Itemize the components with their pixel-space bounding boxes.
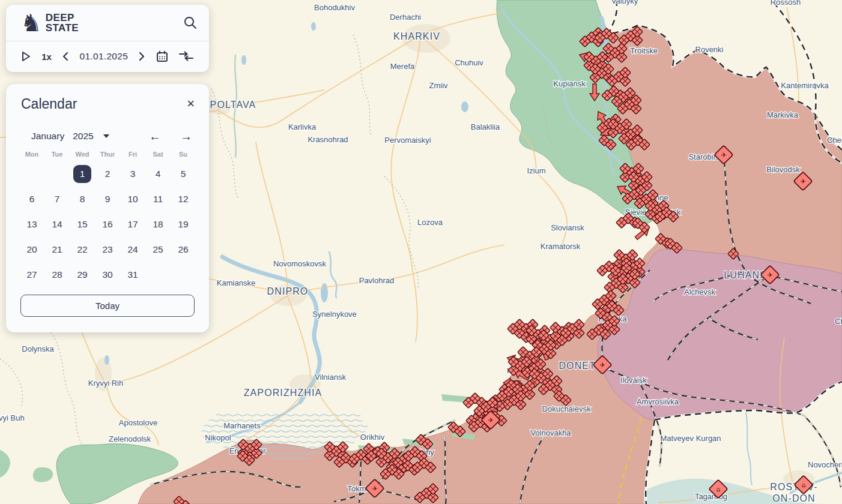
map-label: Apostolove bbox=[119, 418, 157, 427]
lake bbox=[321, 283, 328, 302]
merge-arrows-icon bbox=[179, 51, 193, 62]
calendar-button[interactable] bbox=[156, 50, 168, 62]
calendar-day[interactable]: 19 bbox=[171, 212, 196, 237]
map-label: Rossosh bbox=[771, 0, 801, 7]
calendar-day-empty bbox=[145, 262, 171, 287]
map-label: ZAPORIZHZHIA bbox=[244, 388, 323, 398]
calendar-day-empty bbox=[44, 161, 70, 187]
compare-button[interactable] bbox=[179, 51, 193, 62]
calendar-day-empty bbox=[19, 161, 44, 187]
header-panel: ♞ DEEP STATE 1x bbox=[6, 5, 209, 72]
calendar-day-selected[interactable]: 1 bbox=[73, 165, 91, 183]
svg-text:✈: ✈ bbox=[721, 151, 726, 159]
weekday-label: Su bbox=[171, 151, 196, 161]
svg-text:✈: ✈ bbox=[372, 485, 377, 493]
calendar-day[interactable]: 28 bbox=[44, 262, 70, 287]
map-label: Nikopol bbox=[205, 433, 231, 442]
today-button[interactable]: Today bbox=[20, 295, 195, 317]
calendar-day[interactable]: 26 bbox=[171, 237, 196, 262]
logo-line-2: STATE bbox=[46, 23, 79, 33]
calendar-day[interactable]: 6 bbox=[19, 187, 44, 212]
calendar-day[interactable]: 24 bbox=[120, 237, 145, 262]
prev-month-button[interactable]: ← bbox=[149, 130, 161, 142]
chevron-down-icon[interactable] bbox=[103, 134, 109, 138]
map-label: Kupiansk bbox=[553, 79, 586, 88]
map-label: Kryvyi Rih bbox=[88, 379, 124, 388]
calendar-day[interactable]: 10 bbox=[120, 187, 145, 212]
map-label: Troitske bbox=[630, 46, 658, 55]
month-label[interactable]: January bbox=[31, 131, 64, 142]
map-label: Karlivka bbox=[288, 122, 317, 131]
map-label: POLTAVA bbox=[210, 100, 256, 110]
calendar-day[interactable]: 27 bbox=[19, 262, 44, 287]
map-label: Kramatorsk bbox=[541, 242, 581, 251]
map-label: Marhanets bbox=[223, 421, 261, 430]
calendar-day[interactable]: 7 bbox=[44, 187, 70, 212]
calendar-day-grid: 1234567891011121314151617181920212223242… bbox=[19, 161, 209, 287]
weekday-header-row: MonTueWedThurFriSatSu bbox=[19, 151, 209, 161]
calendar-day[interactable]: 3 bbox=[120, 161, 145, 187]
logo-text: DEEP STATE bbox=[46, 13, 79, 34]
calendar-day[interactable]: 11 bbox=[145, 187, 171, 212]
map-label: Bilovodsk bbox=[766, 165, 800, 174]
map-label: Sloviansk bbox=[551, 223, 584, 232]
calendar-day[interactable]: 17 bbox=[120, 212, 145, 237]
svg-text:⌂: ⌂ bbox=[802, 481, 806, 489]
calendar-day[interactable]: 5 bbox=[171, 161, 196, 187]
logo-row: ♞ DEEP STATE bbox=[6, 5, 209, 41]
map-label: Novomoskovsk bbox=[273, 259, 327, 268]
calendar-day[interactable]: 2 bbox=[95, 161, 120, 187]
prev-date-button[interactable] bbox=[62, 52, 68, 61]
calendar-day[interactable]: 14 bbox=[44, 212, 70, 237]
map-label: Orikhiv bbox=[360, 433, 385, 442]
deepstate-knight-logo-icon: ♞ bbox=[20, 12, 42, 34]
map-label: Kamianske bbox=[217, 278, 255, 287]
chevron-right-icon bbox=[139, 52, 145, 61]
svg-text:✈: ✈ bbox=[767, 271, 772, 279]
map-label: Pavlohrad bbox=[359, 276, 395, 285]
calendar-day[interactable]: 30 bbox=[95, 262, 120, 287]
calendar-day[interactable]: 9 bbox=[95, 187, 120, 212]
map-label: Dolynska bbox=[22, 344, 54, 353]
calendar-day[interactable]: 20 bbox=[19, 237, 44, 262]
calendar-day[interactable]: 16 bbox=[95, 212, 120, 237]
calendar-day[interactable]: 21 bbox=[44, 237, 70, 262]
next-date-button[interactable] bbox=[139, 52, 145, 61]
lake bbox=[311, 22, 316, 31]
calendar-day[interactable]: 1 bbox=[70, 161, 95, 187]
calendar-icon bbox=[156, 50, 168, 62]
map-label: Chuhuiv bbox=[455, 58, 483, 67]
map-label: KHARKIV bbox=[393, 31, 440, 41]
calendar-close-button[interactable]: × bbox=[186, 96, 196, 112]
map-label: Vilniansk bbox=[315, 373, 346, 382]
lake bbox=[241, 55, 246, 65]
map-label: Balakliia bbox=[471, 122, 500, 131]
map-label: Volnovakha bbox=[530, 428, 571, 437]
calendar-day[interactable]: 29 bbox=[70, 262, 95, 287]
calendar-day[interactable]: 12 bbox=[171, 187, 196, 212]
year-label[interactable]: 2025 bbox=[73, 131, 93, 142]
calendar-day[interactable]: 4 bbox=[145, 161, 171, 187]
calendar-day[interactable]: 23 bbox=[95, 237, 120, 262]
calendar-day[interactable]: 31 bbox=[120, 262, 145, 287]
deepstate-map-app: BohodukhivDerhachiKHARKIVMerefaChuhuivZm… bbox=[0, 0, 842, 504]
play-button[interactable] bbox=[22, 51, 31, 62]
map-label: Valuyky bbox=[611, 0, 638, 5]
weekday-label: Thur bbox=[95, 151, 120, 161]
map-label: Matveyev Kurgan bbox=[660, 434, 721, 443]
search-button[interactable] bbox=[181, 14, 199, 32]
next-month-button[interactable]: → bbox=[180, 130, 192, 142]
calendar-day[interactable]: 8 bbox=[70, 187, 95, 212]
calendar-day[interactable]: 22 bbox=[70, 237, 95, 262]
search-icon bbox=[183, 15, 198, 31]
calendar-day[interactable]: 25 bbox=[145, 237, 171, 262]
calendar-day[interactable]: 15 bbox=[70, 212, 95, 237]
logo-line-1: DEEP bbox=[46, 13, 79, 23]
weekday-label: Wed bbox=[70, 151, 95, 161]
calendar-day[interactable]: 18 bbox=[145, 212, 171, 237]
map-label: Chertkovo bbox=[827, 136, 842, 145]
calendar-day[interactable]: 13 bbox=[19, 212, 44, 237]
speed-button[interactable]: 1x bbox=[41, 52, 52, 62]
map-label: DNIPRO bbox=[267, 286, 309, 296]
map-label: Synelnykove bbox=[312, 310, 357, 319]
